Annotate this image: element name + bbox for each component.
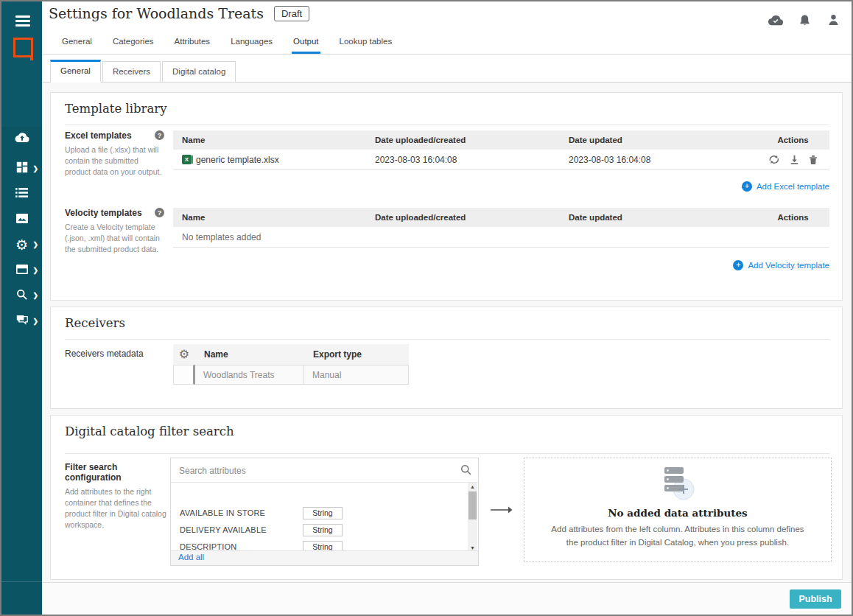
receivers-metadata-section: Receivers metadata ⚙ Name Export type Wo… [65,344,829,385]
empty-table-message: No templates added [173,227,829,248]
column-date-uploaded: Date uploaded/created [366,213,560,222]
tab-languages[interactable]: Languages [229,30,274,54]
scrollbar[interactable]: ▲ ▼ [468,483,477,552]
cloud-sync-icon[interactable] [768,12,784,28]
excel-file-icon: X [182,155,192,164]
output-subtab-bar: General Receivers Digital catalog [42,55,852,83]
column-date-updated: Date updated [560,136,757,144]
hamburger-menu-icon[interactable] [15,15,30,27]
table-row: Woodlands Treats Manual [173,365,409,385]
tab-output[interactable]: Output [292,30,320,54]
subtab-general[interactable]: General [50,60,101,83]
date-updated-value: 2023-08-03 16:04:08 [560,155,757,165]
receiver-export-type-value[interactable]: Manual [304,365,409,385]
topbar: Settings for Woodlands Treats Draft Gene… [42,1,852,55]
chevron-right-icon: ❯ [32,292,38,299]
dashboard-grid-icon [16,161,28,176]
subtab-receivers[interactable]: Receivers [102,61,161,83]
scroll-up-icon[interactable]: ▲ [468,483,477,491]
gear-icon: ⚙ [15,238,28,252]
help-icon[interactable]: ? [155,130,164,140]
database-add-icon [657,492,698,505]
divider [65,453,829,454]
velocity-templates-table: Name Date uploaded/created Date updated … [173,208,829,248]
excel-templates-table: Name Date uploaded/created Date updated … [173,130,829,170]
browser-card-icon [16,264,28,277]
tab-lookup-tables[interactable]: Lookup tables [338,30,394,54]
attribute-name: DELIVERY AVAILABLE [180,525,267,534]
chevron-right-icon: ❯ [32,241,38,248]
sidebar-item-panels[interactable]: ❯ [1,258,42,283]
cloud-upload-icon [15,132,29,146]
attribute-type-chip: String [303,507,343,519]
sidebar-item-chat[interactable]: ❯ [1,309,42,334]
column-name: Name [173,213,366,222]
receivers-metadata-label: Receivers metadata [65,349,163,359]
help-icon[interactable]: ? [155,208,164,217]
divider [65,125,829,125]
sidebar-item-search[interactable]: ❯ [1,283,42,308]
template-library-card: Template library Excel templates ? Uploa… [50,92,843,301]
receivers-table: ⚙ Name Export type Woodlands Treats Manu… [173,344,409,385]
sidebar-item-dashboard[interactable]: ❯ [1,156,42,181]
tab-general[interactable]: General [60,30,94,54]
content-area: Template library Excel templates ? Uploa… [42,83,852,582]
table-header: Name Date uploaded/created Date updated … [173,208,829,227]
settings-tabs: General Categories Attributes Languages … [60,30,393,54]
add-all-link[interactable]: Add all [178,553,204,561]
column-date-uploaded: Date uploaded/created [366,136,560,144]
empty-panel-title: No added data attributes [524,507,831,519]
excel-templates-section: Excel templates ? Upload a file (.xlsx) … [65,130,829,192]
delete-icon[interactable] [809,155,818,164]
search-icon[interactable] [460,464,471,478]
column-date-updated: Date updated [560,213,757,222]
scrollbar-thumb[interactable] [468,491,477,519]
velocity-templates-section: Velocity templates ? Create a Velocity t… [65,208,829,270]
attribute-picker-panel: AVAILABLE IN STORE String DELIVERY AVAIL… [170,458,479,566]
replace-icon[interactable] [768,155,780,164]
section-title-filter-search: Digital catalog filter search [65,424,234,438]
status-badge: Draft [274,6,309,21]
filter-config-description: Add attributes to the right container th… [65,486,168,531]
velocity-templates-label: Velocity templates [65,208,163,218]
user-avatar-icon[interactable] [825,12,841,28]
attribute-list-footer: Add all [171,550,478,565]
row-drag-handle[interactable] [173,365,195,385]
image-icon [16,213,28,226]
transfer-arrow-icon [491,504,513,517]
page-title: Settings for Woodlands Treats [49,5,264,21]
attribute-name: AVAILABLE IN STORE [180,508,265,517]
list-item[interactable]: AVAILABLE IN STORE String [171,505,466,522]
list-item[interactable]: DELIVERY AVAILABLE String [171,522,466,539]
velocity-templates-description: Create a Velocity template (.json, .xml)… [65,222,163,255]
orange-square-logo[interactable] [13,38,33,57]
section-title-template-library: Template library [65,102,167,116]
added-attributes-empty-panel: No added data attributes Add attributes … [524,458,832,562]
add-velocity-template-button[interactable]: + Add Velocity template [733,260,829,270]
column-actions: Actions [757,136,829,144]
sidebar-item-media[interactable] [1,207,42,232]
add-excel-template-button[interactable]: + Add Excel template [742,181,829,192]
publish-button[interactable]: Publish [790,589,841,609]
footer-bar: Publish [42,582,852,615]
notifications-bell-icon[interactable] [796,12,812,28]
chevron-right-icon: ❯ [32,318,38,325]
excel-templates-label: Excel templates [65,130,163,141]
sidebar-item-list[interactable] [1,181,42,206]
tab-categories[interactable]: Categories [111,30,155,54]
download-icon[interactable] [790,155,799,164]
table-row: X generic template.xlsx 2023-08-03 16:04… [173,150,829,170]
sidebar-item-settings[interactable]: ⚙ ❯ [1,232,42,257]
sidebar-item-upload[interactable] [1,126,42,151]
subtab-digital-catalog[interactable]: Digital catalog [162,61,236,83]
sidebar: ❯ ⚙ ❯ ❯ ❯ ❯ [1,1,42,615]
receivers-card: Receivers Receivers metadata ⚙ Name Expo… [50,307,843,409]
tab-attributes[interactable]: Attributes [173,30,212,54]
search-attributes-input[interactable] [179,463,444,477]
receiver-name-value[interactable]: Woodlands Treats [195,365,304,385]
excel-templates-description: Upload a file (.xlsx) that will contain … [65,144,163,178]
table-settings-gear-icon[interactable]: ⚙ [173,349,195,360]
template-file-name[interactable]: generic template.xlsx [196,155,279,165]
section-title-receivers: Receivers [65,316,125,330]
table-header: Name Date uploaded/created Date updated … [173,130,829,150]
